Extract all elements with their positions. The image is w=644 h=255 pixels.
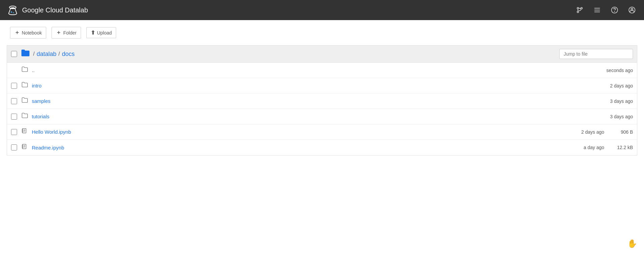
app-logo-icon: [7, 4, 19, 16]
breadcrumb-datalab[interactable]: datalab: [36, 51, 56, 58]
row-file-name[interactable]: samples: [32, 98, 593, 104]
row-file-name[interactable]: tutorials: [32, 114, 593, 119]
row-size: 12.2 kB: [610, 145, 633, 150]
folder-icon: [21, 49, 30, 59]
new-notebook-button[interactable]: ＋ Notebook: [10, 27, 46, 39]
plus-icon: ＋: [14, 29, 20, 36]
new-folder-label: Folder: [63, 30, 77, 36]
breadcrumb-sep-1: /: [59, 51, 60, 57]
row-checkbox[interactable]: [11, 129, 17, 135]
table-row: samples3 days ago: [7, 93, 637, 109]
header-logo-area: Google Cloud Datalab: [7, 4, 88, 16]
header-icons: [574, 5, 637, 15]
row-date: a day ago: [564, 145, 604, 150]
row-date: 3 days ago: [593, 99, 633, 104]
new-notebook-label: Notebook: [22, 30, 42, 36]
breadcrumb-sep-root: /: [33, 51, 34, 57]
plus-folder-icon: ＋: [56, 29, 61, 36]
row-checkbox[interactable]: [11, 98, 17, 104]
folder-icon: [21, 97, 28, 105]
svg-rect-18: [22, 129, 23, 133]
app-header: Google Cloud Datalab: [0, 0, 644, 20]
app-title: Google Cloud Datalab: [22, 6, 88, 14]
notebook-icon: [21, 128, 28, 136]
upload-button[interactable]: ⬆ Upload: [86, 27, 116, 38]
main-content: ＋ Notebook ＋ Folder ⬆ Upload / datalab: [0, 20, 644, 255]
file-browser-header: / datalab / docs: [7, 46, 637, 63]
row-checkbox[interactable]: [11, 83, 17, 89]
cursor-indicator: ✋: [627, 239, 637, 248]
svg-rect-23: [22, 145, 23, 148]
parent-dir-name[interactable]: ..: [32, 67, 593, 73]
row-date: 2 days ago: [593, 83, 633, 88]
table-row: intro2 days ago: [7, 78, 637, 93]
breadcrumb-docs[interactable]: docs: [62, 51, 75, 58]
svg-point-11: [615, 11, 615, 12]
notebook-icon: [21, 144, 28, 151]
row-date: 3 days ago: [593, 114, 633, 119]
breadcrumb: / datalab / docs: [21, 49, 559, 59]
svg-point-2: [11, 11, 12, 13]
file-rows: intro2 days ago samples3 days ago tutori…: [7, 78, 637, 155]
folder-up-icon: [21, 66, 28, 74]
toolbar: ＋ Notebook ＋ Folder ⬆ Upload: [0, 20, 644, 45]
folder-icon: [21, 82, 28, 89]
row-date: 2 days ago: [564, 129, 604, 135]
table-row: tutorials3 days ago: [7, 109, 637, 124]
row-file-name[interactable]: Hello World.ipynb: [32, 129, 564, 135]
git-icon[interactable]: [574, 5, 585, 15]
file-browser: / datalab / docs .. seconds ago intro2 d…: [7, 45, 637, 155]
new-folder-button[interactable]: ＋ Folder: [52, 27, 81, 39]
upload-label: Upload: [97, 30, 112, 36]
lines-icon[interactable]: [592, 5, 602, 15]
svg-point-13: [631, 8, 633, 10]
svg-point-3: [13, 12, 14, 13]
svg-point-4: [577, 7, 579, 9]
table-row: Hello World.ipynb2 days ago906 B: [7, 124, 637, 140]
folder-icon: [21, 113, 28, 120]
row-checkbox[interactable]: [11, 144, 17, 150]
svg-point-5: [577, 11, 579, 13]
help-icon[interactable]: [609, 5, 620, 15]
parent-dir-date: seconds ago: [593, 68, 633, 73]
upload-icon: ⬆: [91, 29, 95, 36]
row-file-name[interactable]: Readme.ipynb: [32, 145, 564, 150]
table-row: Readme.ipynba day ago12.2 kB: [7, 140, 637, 155]
parent-dir-row: .. seconds ago: [7, 63, 637, 78]
row-file-name[interactable]: intro: [32, 83, 593, 88]
jump-to-file-input[interactable]: [559, 49, 633, 59]
row-checkbox[interactable]: [11, 114, 17, 120]
select-all-checkbox[interactable]: [11, 51, 17, 57]
row-size: 906 B: [610, 129, 633, 135]
account-icon[interactable]: [627, 5, 637, 15]
